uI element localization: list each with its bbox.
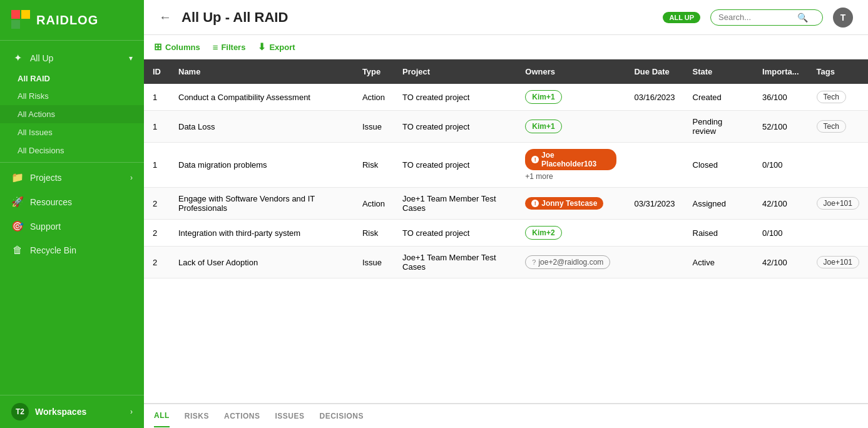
tab-actions[interactable]: ACTIONS bbox=[224, 405, 260, 427]
cell-id: 1 bbox=[144, 111, 170, 143]
cell-due-date bbox=[625, 111, 683, 143]
cell-type: Risk bbox=[354, 143, 394, 188]
col-project: Project bbox=[394, 59, 516, 84]
back-button[interactable]: ← bbox=[159, 10, 171, 24]
allraid-label: All RAID bbox=[18, 74, 50, 83]
raidlog-logo-icon bbox=[11, 10, 31, 30]
logo-text: RAIDLOG bbox=[36, 13, 98, 28]
tab-risks[interactable]: RISKS bbox=[185, 405, 209, 427]
sidebar-subitem-allactions[interactable]: All Actions bbox=[0, 105, 144, 123]
tab-decisions[interactable]: DECISIONS bbox=[320, 405, 364, 427]
owner-badge-alert: !Joe Placeholder103 bbox=[525, 149, 616, 170]
sidebar-subitem-alldecisions[interactable]: All Decisions bbox=[0, 141, 144, 160]
cell-project: Joe+1 Team Member Test Cases bbox=[394, 188, 516, 220]
allup-badge: ALL UP bbox=[663, 12, 700, 23]
sidebar-item-allup[interactable]: ✦ All Up ▾ bbox=[0, 46, 144, 70]
table-body: 1 Conduct a Compatibility Assessment Act… bbox=[144, 84, 868, 278]
cell-owners: ?joe+2@raidlog.com bbox=[516, 247, 625, 278]
allup-chevron: ▾ bbox=[129, 54, 133, 63]
table-row: 2 Lack of User Adoption Issue Joe+1 Team… bbox=[144, 247, 868, 278]
columns-button[interactable]: ⊞ Columns bbox=[154, 41, 200, 53]
cell-state: Active bbox=[684, 247, 753, 278]
tag-badge: Joe+101 bbox=[817, 256, 859, 268]
projects-arrow: › bbox=[130, 173, 133, 182]
workspace-badge: T2 bbox=[11, 403, 29, 420]
svg-rect-0 bbox=[11, 10, 20, 19]
table-row: 1 Data migration problems Risk TO create… bbox=[144, 143, 868, 188]
cell-name: Data Loss bbox=[170, 111, 354, 143]
cell-owners: !Joe Placeholder103+1 more bbox=[516, 143, 625, 188]
cell-state: Raised bbox=[684, 220, 753, 247]
sidebar-item-resources[interactable]: 🚀 Resources bbox=[0, 190, 144, 214]
workspace-arrow: › bbox=[130, 407, 133, 416]
col-due-date: Due Date bbox=[625, 59, 683, 84]
alert-icon: ! bbox=[531, 156, 539, 163]
owner-badge-gray: ?joe+2@raidlog.com bbox=[525, 255, 610, 269]
recycle-bin-icon: 🗑 bbox=[11, 245, 24, 256]
cell-due-date bbox=[625, 247, 683, 278]
col-id: ID bbox=[144, 59, 170, 84]
filters-button[interactable]: ≡ Filters bbox=[213, 42, 246, 53]
filters-icon: ≡ bbox=[213, 42, 218, 53]
search-input[interactable] bbox=[718, 13, 794, 22]
allup-label: All Up bbox=[30, 53, 53, 63]
cell-project: TO created project bbox=[394, 84, 516, 111]
cell-type: Action bbox=[354, 188, 394, 220]
owner-badge-alert: !Jonny Testcase bbox=[525, 197, 603, 210]
tag-badge: Tech bbox=[817, 91, 846, 103]
cell-due-date: 03/31/2023 bbox=[625, 188, 683, 220]
col-state: State bbox=[684, 59, 753, 84]
table-row: 2 Integration with third-party system Ri… bbox=[144, 220, 868, 247]
export-button[interactable]: ⬇ Export bbox=[258, 41, 295, 53]
cell-importance: 36/100 bbox=[753, 84, 808, 111]
svg-rect-2 bbox=[11, 20, 20, 29]
sidebar-item-allraid[interactable]: All RAID bbox=[0, 70, 144, 87]
cell-type: Risk bbox=[354, 220, 394, 247]
support-icon: 🎯 bbox=[11, 220, 24, 232]
cell-state: Assigned bbox=[684, 188, 753, 220]
cell-type: Issue bbox=[354, 247, 394, 278]
resources-icon: 🚀 bbox=[11, 196, 24, 208]
col-type: Type bbox=[354, 59, 394, 84]
sidebar: RAIDLOG ✦ All Up ▾ All RAID All Risks Al… bbox=[0, 0, 144, 428]
svg-rect-1 bbox=[21, 10, 30, 19]
cell-tags: Tech bbox=[808, 84, 868, 111]
export-icon: ⬇ bbox=[258, 41, 266, 53]
col-name: Name bbox=[170, 59, 354, 84]
table-row: 2 Engage with Software Vendors and IT Pr… bbox=[144, 188, 868, 220]
sidebar-subitem-allissues[interactable]: All Issues bbox=[0, 123, 144, 141]
cell-project: TO created project bbox=[394, 143, 516, 188]
page-title: All Up - All RAID bbox=[181, 9, 653, 26]
cell-state: Created bbox=[684, 84, 753, 111]
cell-id: 2 bbox=[144, 247, 170, 278]
cell-state: Closed bbox=[684, 143, 753, 188]
svg-rect-3 bbox=[21, 20, 30, 29]
sidebar-item-recycle-bin[interactable]: 🗑 Recycle Bin bbox=[0, 238, 144, 262]
tab-issues[interactable]: ISSUES bbox=[275, 405, 305, 427]
cell-owners: !Jonny Testcase bbox=[516, 188, 625, 220]
table-header: ID Name Type Project Owners Due Date Sta… bbox=[144, 59, 868, 84]
cell-importance: 0/100 bbox=[753, 220, 808, 247]
sidebar-item-support[interactable]: 🎯 Support bbox=[0, 214, 144, 238]
owner-badge: Kim+1 bbox=[525, 90, 561, 104]
cell-name: Integration with third-party system bbox=[170, 220, 354, 247]
sidebar-footer-workspaces[interactable]: T2 Workspaces › bbox=[0, 395, 144, 428]
cell-importance: 42/100 bbox=[753, 188, 808, 220]
cell-due-date bbox=[625, 220, 683, 247]
cell-name: Engage with Software Vendors and IT Prof… bbox=[170, 188, 354, 220]
cell-name: Data migration problems bbox=[170, 143, 354, 188]
projects-icon: 📁 bbox=[11, 171, 24, 183]
question-icon: ? bbox=[532, 258, 536, 266]
tab-all[interactable]: ALL bbox=[154, 405, 170, 427]
search-icon: 🔍 bbox=[797, 13, 808, 23]
sidebar-item-projects[interactable]: 📁 Projects › bbox=[0, 165, 144, 190]
cell-tags bbox=[808, 143, 868, 188]
user-avatar[interactable]: T bbox=[833, 8, 853, 28]
col-importance: Importa... bbox=[753, 59, 808, 84]
logo-area: RAIDLOG bbox=[0, 0, 144, 41]
cell-type: Issue bbox=[354, 111, 394, 143]
cell-tags: Joe+101 bbox=[808, 247, 868, 278]
cell-project: TO created project bbox=[394, 220, 516, 247]
sidebar-subitem-allrisks[interactable]: All Risks bbox=[0, 87, 144, 105]
cell-tags: Tech bbox=[808, 111, 868, 143]
